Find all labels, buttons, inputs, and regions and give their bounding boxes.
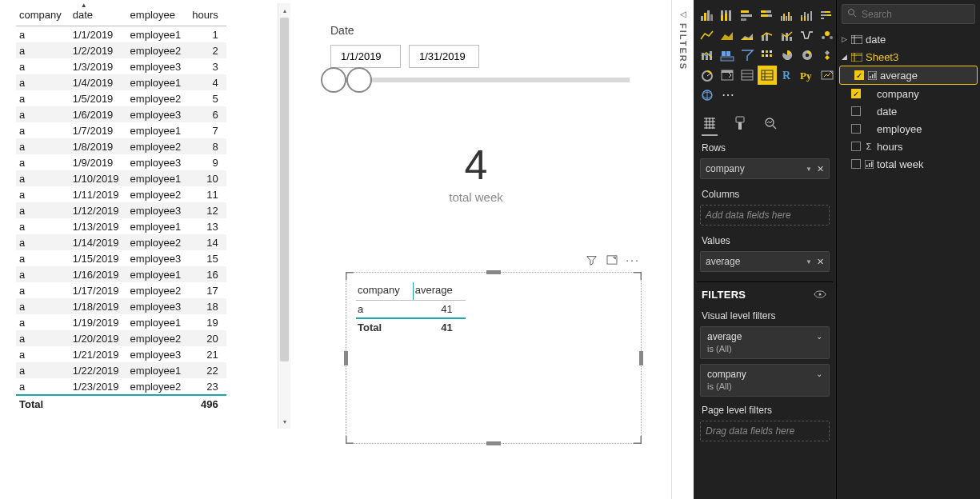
field-company[interactable]: ✓ company bbox=[837, 85, 980, 102]
viz-type-icon[interactable] bbox=[698, 66, 716, 84]
filter-icon[interactable] bbox=[585, 253, 598, 266]
viz-type-icon[interactable] bbox=[778, 6, 796, 24]
viz-type-icon[interactable] bbox=[758, 46, 776, 64]
field-average[interactable]: ✓ average bbox=[840, 66, 977, 84]
field-employee[interactable]: employee bbox=[837, 120, 980, 138]
resize-edge-bottom[interactable] bbox=[486, 441, 501, 445]
field-total-week[interactable]: total week bbox=[837, 155, 980, 173]
left-table-visual[interactable]: company date ▲ employee hours a1/1/2019e… bbox=[0, 0, 290, 499]
fields-tab-icon[interactable] bbox=[702, 115, 718, 131]
field-checkbox[interactable] bbox=[851, 142, 861, 151]
table-row[interactable]: a1/23/2019employee223 bbox=[16, 378, 226, 395]
viz-type-icon[interactable] bbox=[698, 86, 716, 104]
viz-type-icon[interactable] bbox=[698, 26, 716, 44]
rows-well[interactable]: company ▼ ✕ bbox=[700, 158, 830, 179]
table-row[interactable]: a1/10/2019employee110 bbox=[16, 170, 226, 186]
table-row[interactable]: a1/7/2019employee17 bbox=[16, 122, 226, 138]
viz-type-icon[interactable] bbox=[718, 6, 736, 24]
collapse-icon[interactable]: ◢ bbox=[840, 53, 848, 61]
resize-edge-left[interactable] bbox=[344, 351, 348, 365]
field-hours[interactable]: Σ hours bbox=[837, 138, 980, 155]
matrix-row[interactable]: a 41 bbox=[356, 301, 466, 319]
search-input[interactable] bbox=[862, 9, 980, 20]
table-row[interactable]: a1/19/2019employee119 bbox=[16, 314, 226, 330]
resize-corner-br[interactable] bbox=[634, 436, 642, 444]
expand-icon[interactable]: ▷ bbox=[840, 35, 848, 43]
columns-well[interactable]: Add data fields here bbox=[700, 205, 830, 226]
table-row[interactable]: a1/20/2019employee220 bbox=[16, 330, 226, 346]
field-date[interactable]: date bbox=[837, 102, 980, 120]
viz-type-icon[interactable] bbox=[738, 46, 756, 64]
viz-type-icon[interactable] bbox=[818, 66, 836, 84]
field-checkbox[interactable]: ✓ bbox=[854, 70, 864, 80]
viz-type-icon[interactable] bbox=[718, 26, 736, 44]
col-hours[interactable]: hours bbox=[189, 6, 226, 26]
matrix-col-company[interactable]: company bbox=[356, 282, 413, 301]
viz-type-icon[interactable] bbox=[798, 26, 816, 44]
viz-type-icon[interactable] bbox=[718, 46, 736, 64]
date-to-input[interactable] bbox=[409, 45, 479, 68]
resize-corner-tr[interactable] bbox=[634, 272, 642, 280]
resize-corner-bl[interactable] bbox=[346, 436, 354, 444]
table-row[interactable]: a1/18/2019employee318 bbox=[16, 298, 226, 314]
focus-mode-icon[interactable] bbox=[606, 253, 618, 266]
field-checkbox[interactable] bbox=[851, 159, 861, 169]
remove-field-icon[interactable]: ✕ bbox=[817, 164, 824, 174]
values-well[interactable]: average ▼ ✕ bbox=[700, 251, 830, 272]
viz-type-icon[interactable]: Py bbox=[798, 66, 816, 84]
table-row[interactable]: a1/16/2019employee116 bbox=[16, 266, 226, 282]
table-row[interactable]: a1/12/2019employee312 bbox=[16, 202, 226, 218]
viz-type-icon[interactable] bbox=[698, 46, 716, 64]
viz-type-icon[interactable] bbox=[818, 46, 836, 64]
table-row[interactable]: a1/3/2019employee33 bbox=[16, 58, 226, 74]
viz-type-icon[interactable] bbox=[738, 26, 756, 44]
table-row[interactable]: a1/9/2019employee39 bbox=[16, 154, 226, 170]
scroll-down-icon[interactable]: ▾ bbox=[278, 414, 290, 429]
scroll-up-icon[interactable]: ▴ bbox=[278, 3, 290, 18]
field-checkbox[interactable]: ✓ bbox=[851, 89, 861, 98]
field-checkbox[interactable] bbox=[851, 124, 861, 134]
chevron-down-icon[interactable]: ▼ bbox=[806, 166, 812, 173]
analytics-tab-icon[interactable] bbox=[762, 115, 778, 131]
viz-type-icon[interactable]: R bbox=[778, 66, 796, 84]
viz-type-icon[interactable] bbox=[758, 6, 776, 24]
viz-type-icon[interactable] bbox=[758, 66, 776, 84]
table-row[interactable]: a1/14/2019employee214 bbox=[16, 234, 226, 250]
more-options-icon[interactable]: ··· bbox=[626, 253, 639, 266]
expand-filters-icon[interactable]: ◁ bbox=[680, 10, 686, 18]
table-row[interactable]: a1/13/2019employee113 bbox=[16, 218, 226, 234]
viz-type-icon[interactable] bbox=[798, 46, 816, 64]
matrix-col-average[interactable]: average bbox=[413, 282, 465, 301]
slider-handle-left[interactable] bbox=[321, 67, 346, 93]
viz-type-icon[interactable] bbox=[738, 6, 756, 24]
filter-card-average[interactable]: ⌄ average is (All) bbox=[700, 326, 830, 359]
page-filters-well[interactable]: Drag data fields here bbox=[700, 421, 830, 441]
fields-table-Sheet3[interactable]: ◢ Sheet3 bbox=[837, 48, 980, 66]
resize-corner-tl[interactable] bbox=[346, 272, 354, 280]
format-tab-icon[interactable] bbox=[732, 115, 748, 131]
expand-filter-icon[interactable]: ⌄ bbox=[816, 332, 822, 341]
viz-type-icon[interactable] bbox=[818, 6, 836, 24]
viz-type-icon[interactable] bbox=[818, 26, 836, 44]
expand-filter-icon[interactable]: ⌄ bbox=[816, 369, 822, 378]
table-row[interactable]: a1/5/2019employee25 bbox=[16, 90, 226, 106]
table-row[interactable]: a1/8/2019employee28 bbox=[16, 138, 226, 154]
date-from-input[interactable] bbox=[330, 45, 401, 68]
date-slicer[interactable]: Date bbox=[330, 24, 647, 82]
remove-field-icon[interactable]: ✕ bbox=[817, 257, 824, 267]
col-company[interactable]: company bbox=[16, 6, 70, 26]
resize-edge-right[interactable] bbox=[639, 351, 643, 365]
viz-type-icon[interactable] bbox=[758, 26, 776, 44]
table-row[interactable]: a1/4/2019employee14 bbox=[16, 74, 226, 90]
fields-table-date[interactable]: ▷ date bbox=[837, 30, 980, 48]
view-filters-icon[interactable] bbox=[814, 289, 826, 301]
table-row[interactable]: a1/6/2019employee36 bbox=[16, 106, 226, 122]
resize-edge-top[interactable] bbox=[486, 270, 501, 274]
viz-type-icon[interactable] bbox=[698, 6, 716, 24]
table-row[interactable]: a1/2/2019employee22 bbox=[16, 42, 226, 58]
viz-type-icon[interactable] bbox=[738, 66, 756, 84]
viz-type-icon[interactable] bbox=[778, 26, 796, 44]
table-row[interactable]: a1/22/2019employee122 bbox=[16, 362, 226, 378]
field-checkbox[interactable] bbox=[851, 106, 861, 116]
col-date[interactable]: date ▲ bbox=[70, 6, 127, 26]
